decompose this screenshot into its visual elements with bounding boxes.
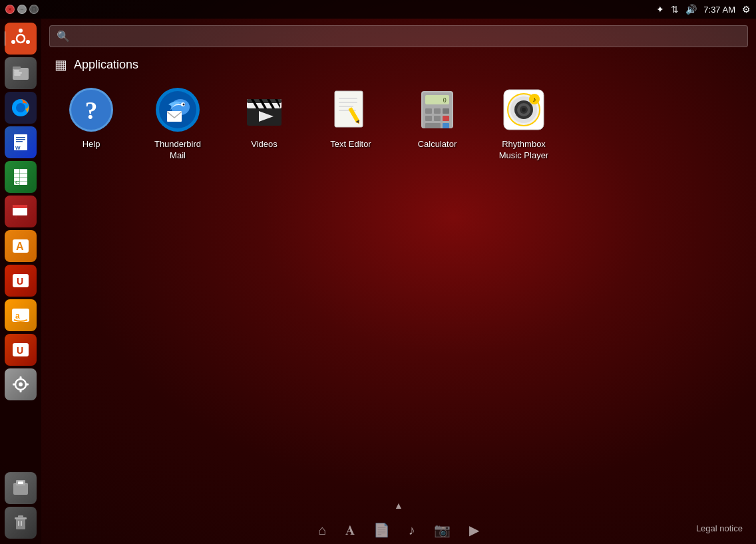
- svg-rect-65: [339, 106, 353, 107]
- app-grid: ? Help: [41, 79, 756, 168]
- videos-icon-container: [240, 86, 288, 134]
- svg-rect-47: [21, 521, 22, 526]
- svg-rect-77: [434, 116, 441, 121]
- volume-icon[interactable]: 🔊: [685, 4, 697, 15]
- sidebar-item-files[interactable]: [5, 57, 37, 89]
- maximize-button[interactable]: □: [29, 5, 39, 14]
- svg-rect-45: [18, 515, 23, 518]
- rhythmbox-icon: ♪: [501, 87, 546, 132]
- sidebar-item-trash[interactable]: [5, 507, 37, 539]
- svg-rect-13: [16, 137, 25, 138]
- videos-icon: [242, 87, 287, 132]
- nav-type[interactable]: 𝐀: [336, 520, 364, 541]
- rhythmbox-icon-container: ♪: [500, 86, 548, 134]
- settings-icon[interactable]: ⚙: [742, 4, 751, 15]
- svg-rect-6: [13, 67, 21, 69]
- svg-text:?: ?: [85, 96, 98, 124]
- svg-rect-64: [339, 102, 357, 103]
- help-icon: ?: [69, 87, 114, 132]
- writer-icon: W: [10, 132, 31, 153]
- sidebar-item-ubuntu-one-2[interactable]: U: [5, 334, 37, 366]
- minimize-button[interactable]: −: [17, 5, 27, 14]
- svg-point-11: [16, 103, 25, 112]
- sidebar: W C I A U: [0, 19, 41, 544]
- thunderbird-icon-container: [154, 86, 202, 134]
- sidebar-item-amazon[interactable]: a: [5, 299, 37, 331]
- backup-icon: [10, 477, 31, 499]
- svg-rect-37: [20, 389, 22, 392]
- nav-music[interactable]: ♪: [399, 520, 425, 541]
- search-input-wrapper[interactable]: 🔍: [49, 25, 748, 47]
- sidebar-item-software-center[interactable]: A: [5, 230, 37, 262]
- section-header-label: Applications: [74, 58, 138, 72]
- texteditor-label: Text Editor: [330, 139, 371, 150]
- sidebar-item-backup[interactable]: [5, 472, 37, 504]
- svg-rect-36: [20, 376, 22, 380]
- amazon-icon: a: [10, 305, 31, 326]
- close-button[interactable]: ×: [5, 5, 15, 14]
- svg-text:C: C: [15, 180, 19, 186]
- search-bar-container: 🔍: [41, 19, 756, 54]
- svg-rect-46: [18, 521, 19, 526]
- thunderbird-icon: [155, 87, 200, 132]
- svg-rect-56: [167, 111, 182, 122]
- trash-icon: [10, 512, 31, 533]
- top-bar-left: × − □: [5, 5, 39, 14]
- app-item-texteditor[interactable]: Text Editor: [314, 79, 387, 168]
- svg-text:U: U: [17, 345, 23, 356]
- main-area: 🔍 ▦ Applications ? Help: [41, 19, 756, 544]
- sidebar-item-ubuntu[interactable]: [5, 23, 37, 55]
- nav-files[interactable]: 📄: [364, 519, 399, 541]
- videos-label: Videos: [251, 139, 278, 150]
- svg-rect-21: [19, 169, 20, 185]
- svg-point-3: [26, 40, 30, 44]
- bluetooth-icon[interactable]: ✦: [656, 4, 664, 15]
- sidebar-item-writer[interactable]: W: [5, 126, 37, 158]
- search-input[interactable]: [75, 31, 741, 43]
- svg-rect-63: [339, 98, 357, 99]
- svg-point-35: [19, 382, 23, 386]
- svg-rect-75: [443, 108, 449, 114]
- svg-rect-42: [18, 481, 23, 484]
- svg-rect-78: [443, 116, 449, 121]
- clock: 7:37 AM: [703, 5, 735, 15]
- app-item-videos[interactable]: Videos: [228, 79, 301, 168]
- section-header: ▦ Applications: [41, 54, 756, 79]
- svg-text:U: U: [17, 276, 23, 287]
- files-icon: [10, 63, 31, 84]
- app-item-help[interactable]: ? Help: [55, 79, 128, 168]
- nav-video[interactable]: ▶: [460, 519, 488, 541]
- svg-rect-79: [425, 123, 441, 128]
- svg-rect-39: [25, 384, 29, 386]
- sidebar-item-ubuntu-one[interactable]: U: [5, 265, 37, 297]
- network-icon[interactable]: ⇅: [671, 4, 679, 15]
- svg-text:0: 0: [443, 97, 447, 104]
- bottom-bar: ▲ ⌂ 𝐀 📄 ♪ 📷 ▶ Legal notice: [41, 511, 756, 544]
- svg-rect-38: [13, 384, 16, 386]
- sidebar-item-firefox[interactable]: [5, 92, 37, 124]
- app-item-calculator[interactable]: 0 Calculator: [401, 79, 474, 168]
- calc-icon: C: [10, 166, 31, 188]
- calculator-icon: 0: [415, 87, 460, 132]
- svg-text:A: A: [16, 241, 24, 252]
- help-label: Help: [83, 139, 100, 150]
- top-bar: × − □ ✦ ⇅ 🔊 7:37 AM ⚙: [0, 0, 756, 19]
- svg-point-2: [19, 29, 23, 33]
- app-item-thunderbird[interactable]: Thunderbird Mail: [141, 79, 214, 168]
- scroll-up-arrow[interactable]: ▲: [394, 500, 403, 511]
- sidebar-item-calc[interactable]: C: [5, 161, 37, 193]
- help-icon-container: ?: [67, 86, 115, 134]
- sidebar-item-impress[interactable]: I: [5, 196, 37, 227]
- svg-rect-8: [14, 72, 22, 74]
- svg-rect-7: [14, 70, 19, 72]
- ubuntu-one-icon: U: [10, 270, 31, 291]
- legal-notice[interactable]: Legal notice: [696, 523, 743, 533]
- nav-home[interactable]: ⌂: [309, 520, 335, 541]
- app-item-rhythmbox[interactable]: ♪ Rhythmbox Music Player: [487, 79, 560, 168]
- ubuntu-one2-icon: U: [10, 339, 31, 360]
- software-center-icon: A: [10, 235, 31, 257]
- svg-text:a: a: [15, 311, 20, 321]
- nav-photo[interactable]: 📷: [425, 519, 460, 541]
- sidebar-item-system-tools[interactable]: [5, 368, 37, 400]
- ubuntu-logo-icon: [10, 28, 31, 49]
